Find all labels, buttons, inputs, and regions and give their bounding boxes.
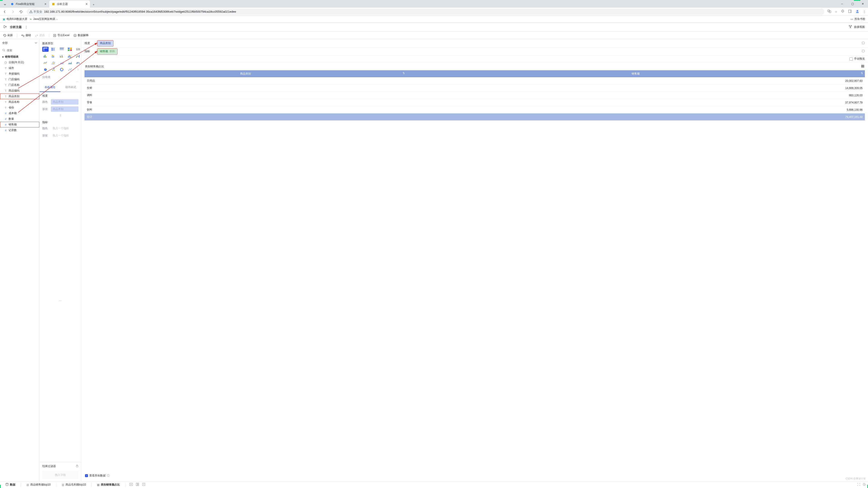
shape-chip-dim[interactable]: 商品类别 <box>51 106 79 112</box>
collapse-icon[interactable] <box>863 483 866 487</box>
kebab-icon[interactable]: ⋮ <box>863 10 866 13</box>
bookmark-item[interactable]: ▣电商618数据大屏 <box>3 17 27 21</box>
chart-type-donut-icon[interactable] <box>59 67 65 72</box>
close-window-icon[interactable]: ✕ <box>858 0 868 8</box>
bottom-tab-1[interactable]: ▥商品毛利额top10 <box>59 482 89 488</box>
col-header-category[interactable]: 商品类别⇅ <box>85 70 407 77</box>
search-input[interactable] <box>7 48 41 53</box>
more-icon[interactable]: ⋯ <box>39 80 81 83</box>
shape-chip-mea[interactable]: 拖入一个指标 <box>51 133 79 138</box>
bookmark-item[interactable]: ❧Java互联网架构课… <box>30 17 58 21</box>
field-item[interactable]: T商品名称 <box>0 99 39 105</box>
field-item[interactable]: #成本额 <box>0 110 39 116</box>
url-field[interactable]: 不安全 192.168.171.80:8080/finebi/decision/… <box>27 8 825 15</box>
chart-type-combo-icon[interactable] <box>67 54 73 59</box>
tab-component-style[interactable]: 组件样式 <box>60 83 81 92</box>
field-item[interactable]: T门店编码 <box>0 76 39 82</box>
sort-icon[interactable]: ⇅ <box>403 72 405 75</box>
add-dashboard-icon[interactable] <box>136 483 139 487</box>
table-row[interactable]: 零食37,974,807.79 <box>85 99 865 106</box>
shelf-gear-icon[interactable] <box>862 50 865 53</box>
chart-type-rose-icon[interactable] <box>51 67 57 72</box>
browser-tab-1[interactable]: 分析主题 ✕ <box>49 0 90 8</box>
expand-icon[interactable] <box>857 483 860 487</box>
chart-type-scatter-icon[interactable] <box>67 67 73 72</box>
translate-icon[interactable] <box>828 9 831 14</box>
col-header-sales[interactable]: 销售额⇅ <box>407 70 865 77</box>
chart-type-radar-icon[interactable] <box>51 60 57 65</box>
kebab-icon[interactable]: ⋮ <box>25 26 28 29</box>
extensions-icon[interactable] <box>841 9 844 14</box>
field-item[interactable]: T门店名称 <box>0 82 39 88</box>
chart-type-cross-table-icon[interactable] <box>51 47 57 52</box>
drag-handle-icon[interactable]: ⠿ <box>39 113 81 119</box>
chart-type-grouped-column-icon[interactable] <box>59 54 65 59</box>
reload-icon[interactable] <box>19 10 24 13</box>
chart-type-gauge-icon[interactable] <box>75 60 81 65</box>
minimize-icon[interactable]: ─ <box>837 0 847 8</box>
bottom-tab-0[interactable]: ▥商品销售额top10 <box>23 482 54 488</box>
table-node[interactable]: ▾ 销售明细表 <box>0 54 39 60</box>
field-item[interactable]: #数量 <box>0 116 39 122</box>
sidepanel-icon[interactable] <box>848 9 852 14</box>
field-item[interactable]: T单据编码 <box>0 71 39 76</box>
export-excel-button[interactable]: 导出Excel <box>53 33 69 37</box>
chart-type-area-icon[interactable] <box>59 60 65 65</box>
field-item[interactable]: T商品类别 <box>0 94 39 99</box>
tab-table-attr[interactable]: 表格属性 <box>39 83 60 92</box>
column-config-icon[interactable] <box>861 65 864 68</box>
chart-type-stacked-column-icon[interactable] <box>51 54 57 59</box>
new-tab-button[interactable]: ＋ <box>90 1 97 8</box>
chart-type-column-icon[interactable] <box>42 54 49 59</box>
chart-type-line-icon[interactable] <box>42 60 49 65</box>
chart-type-waterfall-icon[interactable] <box>75 54 81 59</box>
chart-type-stacked-area-icon[interactable] <box>67 60 73 65</box>
lock-icon[interactable] <box>76 464 79 468</box>
color-chip-dim[interactable]: 商品类别 <box>51 99 79 105</box>
result-filter-dropzone[interactable]: 拖入字段 <box>42 471 79 479</box>
table-row[interactable]: 日用品20,002,807.63 <box>85 77 865 85</box>
refresh-button[interactable]: 刷新 <box>3 33 13 37</box>
mea-pill[interactable]: 销售额 求和 <box>98 49 117 54</box>
close-icon[interactable]: ✕ <box>86 2 88 6</box>
bottom-tab-data[interactable]: 数据 <box>2 482 19 488</box>
chart-type-grouped-table-icon[interactable] <box>42 47 49 52</box>
dim-pill[interactable]: 商品类别 <box>98 41 113 46</box>
dataset-selector[interactable]: 全部 <box>0 39 39 47</box>
add-sheet-icon[interactable] <box>142 483 145 487</box>
profile-icon[interactable] <box>855 9 860 14</box>
lineage-label[interactable]: 血缘视图 <box>854 25 865 29</box>
chart-type-kpi-icon[interactable] <box>67 47 73 52</box>
exit-icon[interactable] <box>3 25 7 29</box>
info-icon[interactable]: ⓘ <box>107 474 110 478</box>
maximize-icon[interactable]: ▢ <box>847 0 858 8</box>
view-all-data[interactable]: ✓ 查看所有数据 ⓘ <box>85 473 865 479</box>
close-icon[interactable]: ✕ <box>44 2 46 6</box>
field-item[interactable]: T商品编码 <box>0 88 39 94</box>
tab-list-dropdown-icon[interactable] <box>2 1 8 8</box>
browser-tab-0[interactable]: FineBI商业智能 ✕ <box>8 0 49 8</box>
data-explain-button[interactable]: 数据解释 <box>73 33 89 37</box>
viz-title[interactable]: 类别销售额占比 <box>85 65 104 68</box>
undo-button[interactable]: 撤销 <box>21 33 31 37</box>
field-item[interactable]: 日期(年月日) <box>0 60 39 65</box>
all-bookmarks-button[interactable]: ▭所有书签 <box>850 17 865 21</box>
chart-type-more-icon[interactable]: ⁝ <box>75 67 81 72</box>
field-item[interactable]: T省份 <box>0 105 39 110</box>
field-item[interactable]: #记录数 <box>0 127 39 133</box>
back-icon[interactable] <box>2 10 7 13</box>
table-row[interactable]: 饮料5,898,130.98 <box>85 106 865 113</box>
chart-type-number-icon[interactable]: 123 <box>75 47 81 52</box>
checkbox-icon[interactable]: ✓ <box>85 474 88 477</box>
field-item[interactable]: #销售额 <box>0 122 39 127</box>
sort-icon[interactable]: ⇅ <box>861 72 863 75</box>
add-component-icon[interactable] <box>129 483 133 487</box>
field-item[interactable]: T城市 <box>0 65 39 71</box>
star-icon[interactable]: ☆ <box>835 10 837 13</box>
manual-preview-checkbox[interactable] <box>849 57 852 61</box>
color-chip-mea[interactable]: 拖入一个指标 <box>51 126 79 131</box>
table-row[interactable]: 生鲜14,668,309.05 <box>85 85 865 92</box>
shelf-gear-icon[interactable] <box>862 41 865 45</box>
table-row[interactable]: 调料863,126.03 <box>85 92 865 99</box>
chart-type-pie-icon[interactable] <box>42 67 49 72</box>
